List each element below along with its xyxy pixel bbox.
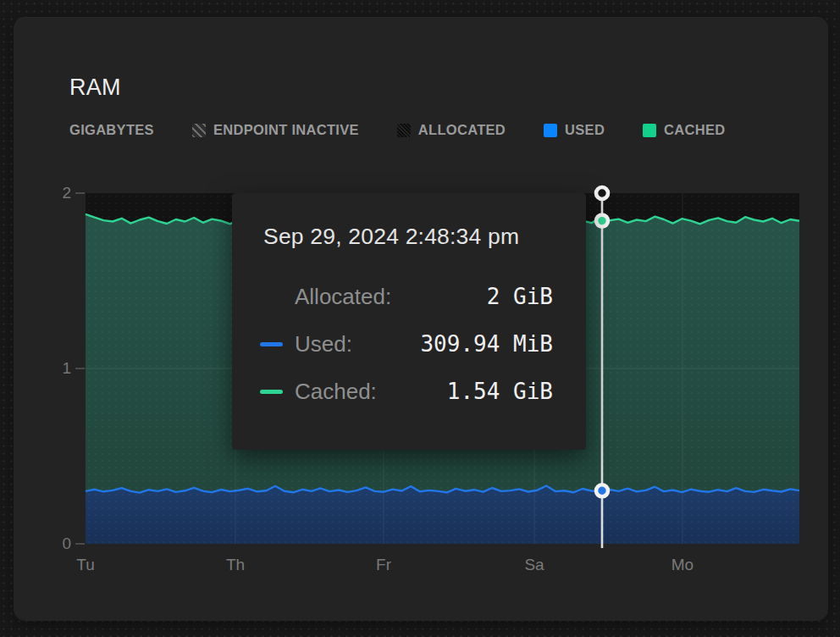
endpoint-inactive-swatch-icon xyxy=(192,124,206,137)
allocated-swatch-icon xyxy=(397,124,411,137)
y-tick-label: 1 xyxy=(49,359,71,378)
used-dash-icon xyxy=(260,342,283,346)
chart-legend: GIGABYTES ENDPOINT INACTIVE ALLOCATED US… xyxy=(69,122,726,138)
legend-item-gigabytes: GIGABYTES xyxy=(69,122,154,138)
page-background: RAM GIGABYTES ENDPOINT INACTIVE ALLOCATE… xyxy=(0,0,840,637)
chart-tooltip: Sep 29, 2024 2:48:34 pm Allocated: 2 GiB… xyxy=(232,193,586,450)
y-tick-mark xyxy=(75,192,85,194)
used-point-marker xyxy=(596,485,608,496)
allocated-point-marker xyxy=(596,187,608,199)
cached-swatch-icon xyxy=(643,124,656,137)
x-tick-label: Mo xyxy=(671,556,694,574)
x-tick-label: Sa xyxy=(524,556,544,574)
used-area xyxy=(86,486,799,545)
tooltip-row-cached: Cached: 1.54 GiB xyxy=(232,368,586,415)
legend-item-cached[interactable]: CACHED xyxy=(643,122,725,138)
x-tick-label: Fr xyxy=(376,556,391,574)
y-tick-label: 0 xyxy=(49,535,71,553)
legend-item-used[interactable]: USED xyxy=(544,122,605,138)
y-tick-mark xyxy=(75,368,85,369)
legend-item-endpoint-inactive[interactable]: ENDPOINT INACTIVE xyxy=(192,122,359,138)
y-tick-label: 2 xyxy=(49,184,71,202)
x-tick-label: Tu xyxy=(76,556,94,574)
tooltip-timestamp: Sep 29, 2024 2:48:34 pm xyxy=(263,224,519,250)
y-axis-unit-label: GIGABYTES xyxy=(69,122,154,138)
legend-item-allocated[interactable]: ALLOCATED xyxy=(397,122,506,138)
cached-dash-icon xyxy=(260,390,283,394)
used-swatch-icon xyxy=(544,124,557,137)
tooltip-row-used: Used: 309.94 MiB xyxy=(232,320,586,368)
ram-metrics-card: RAM GIGABYTES ENDPOINT INACTIVE ALLOCATE… xyxy=(14,17,828,621)
cached-point-marker xyxy=(596,215,608,227)
y-tick-mark xyxy=(75,543,85,545)
card-title: RAM xyxy=(69,75,121,101)
x-tick-label: Th xyxy=(226,556,245,574)
tooltip-rows: Allocated: 2 GiB Used: 309.94 MiB Cached… xyxy=(232,273,586,415)
tooltip-row-allocated: Allocated: 2 GiB xyxy=(232,273,586,320)
